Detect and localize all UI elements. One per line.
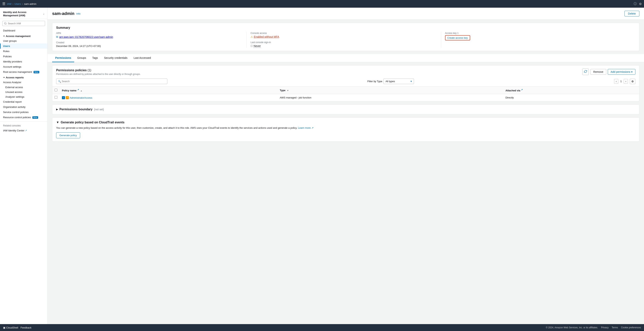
sort-type-icon: ▼ [287, 89, 289, 92]
info-link[interactable]: Info [76, 12, 80, 15]
policy-name-link[interactable]: AdministratorAccess [70, 96, 92, 99]
sidebar-item-iam-identity-center[interactable]: IAM Identity Center ↗ [0, 128, 47, 133]
breadcrumb-sep-2: › [22, 2, 23, 5]
sidebar-item-roles[interactable]: Roles [0, 49, 47, 54]
sidebar-section-reports-label: Access reports [6, 76, 24, 79]
sidebar-header: Identity and AccessManagement (IAM) ‹ [0, 8, 47, 19]
create-access-key-button[interactable]: Create access key [445, 35, 470, 40]
breadcrumb: IAM › Users › sam-admin [7, 2, 36, 5]
tab-tags[interactable]: Tags [89, 54, 101, 62]
sidebar-item-access-analyzer[interactable]: Access Analyzer [0, 80, 47, 85]
sidebar-item-root-access[interactable]: Root access management New [0, 69, 47, 74]
tab-last-accessed[interactable]: Last Accessed [130, 54, 154, 62]
attached-via-col-header: Attached via ↗ [503, 87, 639, 94]
tabs-bar: Permissions Groups Tags Security credent… [48, 54, 644, 62]
add-permissions-button[interactable]: Add permissions ▾ [608, 69, 636, 75]
summary-col-middle: Console access ⚠ Enabled without MFA Las… [247, 32, 441, 48]
sidebar-item-dashboard[interactable]: Dashboard [0, 28, 47, 33]
footer-privacy-link[interactable]: Privacy [601, 326, 608, 329]
warning-icon: ⚠ [250, 35, 253, 38]
tab-permissions[interactable]: Permissions [52, 54, 74, 62]
sidebar-item-credential-report[interactable]: Credential report [0, 99, 47, 104]
permissions-table: Policy name ↗ ▲ Type ▼ Attached via ↗ [52, 86, 639, 101]
row-checkbox[interactable] [55, 96, 57, 99]
help-icon[interactable]: ⓘ [634, 2, 637, 6]
sidebar-item-org-activity[interactable]: Organization activity [0, 104, 47, 110]
boundary-collapse-icon: ▶ [56, 108, 58, 111]
sidebar-section-access-management[interactable]: ▼ Access management [0, 33, 47, 38]
sort-asc-icon: ▲ [80, 90, 82, 92]
sidebar-item-unused-access[interactable]: Unused access [0, 90, 47, 94]
tab-groups[interactable]: Groups [74, 54, 89, 62]
type-col-header[interactable]: Type ▼ [278, 87, 503, 94]
page-header: sam-admin Info Delete [48, 8, 644, 20]
breadcrumb-iam[interactable]: IAM [7, 2, 11, 5]
arn-row: ⧉ arn:aws:iam::017820706022:user/sam-adm… [56, 35, 243, 38]
last-signin-label: Last console sign-in [250, 41, 437, 44]
policy-icon-group: + 🔑 AdministratorAccess [62, 96, 92, 99]
table-header-row: Policy name ↗ ▲ Type ▼ Attached via ↗ [52, 87, 639, 94]
section-actions: Remove Add permissions ▾ [582, 69, 636, 75]
sidebar-collapse-button[interactable]: ‹ [43, 12, 44, 15]
sidebar-item-policies[interactable]: Policies [0, 54, 47, 59]
policy-name-col-header[interactable]: Policy name ↗ ▲ [60, 87, 278, 94]
arn-value[interactable]: arn:aws:iam::017820706022:user/sam-admin [59, 35, 113, 38]
boundary-title: Permissions boundary [60, 108, 92, 111]
sidebar-item-user-groups[interactable]: User groups [0, 38, 47, 43]
prev-page-button[interactable]: ‹ [614, 79, 618, 84]
external-link-icon: ↗ [25, 129, 27, 132]
breadcrumb-sep-1: › [12, 2, 13, 5]
sidebar-item-analyzer-settings[interactable]: Analyzer settings [0, 94, 47, 99]
permissions-boundary-header[interactable]: ▶ Permissions boundary (not set) [56, 108, 636, 111]
sidebar-item-identity-providers[interactable]: Identity providers [0, 59, 47, 64]
attached-via-ext-icon: ↗ [521, 88, 523, 91]
select-all-checkbox[interactable] [55, 89, 57, 91]
summary-grid: ARN ⧉ arn:aws:iam::017820706022:user/sam… [56, 32, 636, 48]
menu-icon[interactable]: ☰ [2, 2, 5, 6]
policy-icon-yellow-symbol: 🔑 [66, 97, 68, 99]
learn-more-link[interactable]: Learn more ↗ [298, 126, 314, 129]
sidebar-item-account-settings[interactable]: Account settings [0, 64, 47, 69]
table-row: + 🔑 AdministratorAccess AWS managed - jo… [52, 94, 639, 101]
cloudtrail-section: ▼ Generate policy based on CloudTrail ev… [52, 117, 640, 142]
sidebar-section-access-reports[interactable]: ▼ Access reports [0, 74, 47, 80]
delete-button[interactable]: Delete [624, 11, 640, 16]
never-text: Never [254, 44, 261, 48]
breadcrumb-users[interactable]: Users [14, 2, 21, 5]
refresh-button[interactable] [582, 69, 589, 75]
search-icon: 🔍 [58, 80, 61, 83]
type-filter-select[interactable]: All types ▾ [383, 78, 414, 84]
cloudtrail-header[interactable]: ▼ Generate policy based on CloudTrail ev… [56, 121, 636, 124]
search-input-wrap: 🔍 [56, 78, 167, 84]
info-circle-icon: ⓘ [250, 44, 253, 48]
select-all-col [52, 87, 60, 94]
cloudshell-label: CloudShell [6, 326, 18, 329]
sidebar-item-service-control[interactable]: Service control policies [0, 110, 47, 115]
console-access-text[interactable]: Enabled without MFA [254, 35, 279, 38]
remove-button[interactable]: Remove [590, 69, 606, 75]
generate-policy-button[interactable]: Generate policy [56, 132, 80, 138]
footer-terms-link[interactable]: Terms [612, 326, 618, 329]
policy-search-input[interactable] [56, 78, 167, 84]
settings-icon[interactable]: ⚙ [639, 2, 642, 6]
policy-name-cell: + 🔑 AdministratorAccess [60, 94, 278, 101]
sidebar-item-external-access[interactable]: External access [0, 85, 47, 90]
title-group: sam-admin Info [52, 11, 80, 16]
attached-via-cell: Directly [503, 94, 639, 101]
sidebar-section-label: Access management [6, 35, 30, 37]
sidebar-item-users[interactable]: Users [0, 43, 47, 49]
tab-security-credentials[interactable]: Security credentials [101, 54, 130, 62]
policies-count: (1) [88, 69, 92, 72]
add-permissions-label: Add permissions [611, 70, 630, 73]
cloudshell-button[interactable]: ▣ CloudShell [3, 326, 18, 329]
dropdown-arrow-icon: ▾ [631, 70, 632, 73]
permissions-boundary-section: ▶ Permissions boundary (not set) [52, 104, 640, 114]
search-input[interactable] [2, 21, 45, 26]
boundary-status: (not set) [94, 108, 104, 111]
next-page-button[interactable]: › [624, 79, 628, 84]
feedback-button[interactable]: Feedback [20, 326, 32, 329]
sidebar-item-resource-control[interactable]: Resource control policies New [0, 115, 47, 120]
copy-icon[interactable]: ⧉ [56, 35, 58, 38]
table-settings-button[interactable]: ⚙ [630, 79, 636, 84]
footer-cookie-link[interactable]: Cookie preferences [621, 326, 641, 329]
